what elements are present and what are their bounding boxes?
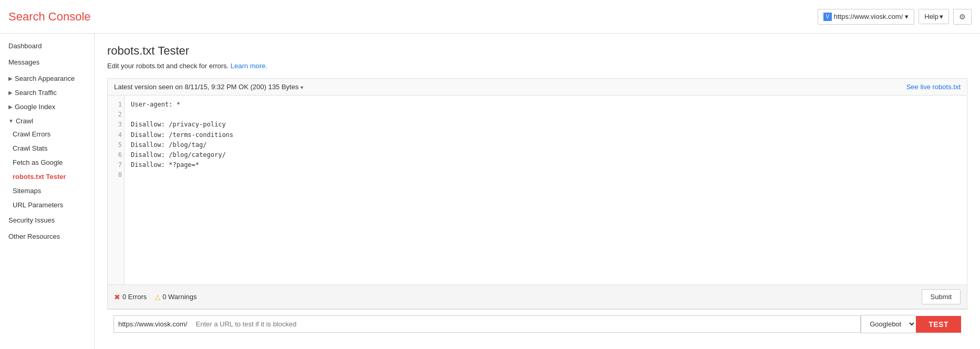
errors-count: 0 Errors <box>122 293 147 301</box>
url-input-wrapper: https://www.viosk.com/ <box>114 315 861 333</box>
url-test-bar: https://www.viosk.com/ Googlebot TEST <box>107 309 967 339</box>
search-traffic-caret: ▶ <box>8 90 13 96</box>
code-editor: 1 2 3 4 5 6 7 8 User-agent: * Disallow: … <box>108 96 967 284</box>
warning-icon: △ <box>155 293 160 301</box>
site-favicon: V <box>823 13 832 21</box>
sidebar-item-url-parameters[interactable]: URL Parameters <box>0 198 94 212</box>
sidebar-item-robots-txt-tester[interactable]: robots.txt Tester <box>0 170 94 184</box>
line-num-1: 1 <box>110 100 122 110</box>
google-index-caret: ▶ <box>8 104 13 110</box>
editor-container: 1 2 3 4 5 6 7 8 User-agent: * Disallow: … <box>107 96 967 285</box>
sidebar-crawl-label: Crawl <box>16 117 33 125</box>
bot-select-wrapper: Googlebot <box>861 315 916 333</box>
site-dropdown-arrow: ▾ <box>905 13 909 20</box>
sidebar-item-google-index[interactable]: ▶ Google Index <box>0 99 94 113</box>
line-num-5: 5 <box>110 140 122 150</box>
sidebar: Dashboard Messages ▶ Search Appearance ▶… <box>0 34 95 349</box>
version-info: Latest version seen on 8/11/15, 9:32 PM … <box>114 83 298 91</box>
sidebar-item-crawl-stats[interactable]: Crawl Stats <box>0 141 94 155</box>
crawl-caret: ▼ <box>8 118 14 124</box>
help-button[interactable]: Help ▾ <box>919 9 949 24</box>
url-parameters-label: URL Parameters <box>13 201 63 209</box>
status-bar: ✖ 0 Errors △ 0 Warnings Submit <box>107 285 967 309</box>
header-right: V https://www.viosk.com/ ▾ Help ▾ ⚙ <box>818 9 972 25</box>
sidebar-search-traffic-label: Search Traffic <box>15 89 57 97</box>
version-dropdown-arrow[interactable]: ▾ <box>301 84 303 90</box>
line-num-2: 2 <box>110 110 122 120</box>
test-button[interactable]: TEST <box>916 316 961 333</box>
line-num-4: 4 <box>110 130 122 140</box>
bot-select[interactable]: Googlebot <box>861 315 916 333</box>
line-num-7: 7 <box>110 160 122 170</box>
site-url-label: https://www.viosk.com/ <box>834 13 903 20</box>
sidebar-item-fetch-as-google[interactable]: Fetch as Google <box>0 155 94 170</box>
version-text: Latest version seen on 8/11/15, 9:32 PM … <box>114 83 303 91</box>
url-prefix-label: https://www.viosk.com/ <box>114 316 191 332</box>
line-num-3: 3 <box>110 120 122 130</box>
sidebar-item-search-appearance[interactable]: ▶ Search Appearance <box>0 70 94 84</box>
header: Search Console V https://www.viosk.com/ … <box>0 0 980 34</box>
sidebar-messages-label: Messages <box>8 58 39 66</box>
subtitle-text: Edit your robots.txt and check for error… <box>107 62 229 70</box>
line-num-6: 6 <box>110 150 122 160</box>
status-left: ✖ 0 Errors △ 0 Warnings <box>114 293 197 301</box>
search-appearance-caret: ▶ <box>8 76 13 81</box>
learn-more-link[interactable]: Learn more. <box>231 62 267 70</box>
app-title: Search Console <box>8 10 91 24</box>
robots-txt-tester-label: robots.txt Tester <box>13 173 66 181</box>
crawl-stats-label: Crawl Stats <box>13 144 47 152</box>
sidebar-item-search-traffic[interactable]: ▶ Search Traffic <box>0 84 94 99</box>
line-numbers: 1 2 3 4 5 6 7 8 <box>108 96 125 284</box>
sidebar-item-security-issues[interactable]: Security Issues <box>0 212 94 228</box>
warnings-badge: △ 0 Warnings <box>155 293 197 301</box>
submit-button[interactable]: Submit <box>922 289 961 304</box>
main-layout: Dashboard Messages ▶ Search Appearance ▶… <box>0 34 980 349</box>
main-content: robots.txt Tester Edit your robots.txt a… <box>95 34 980 349</box>
security-issues-label: Security Issues <box>8 216 55 224</box>
help-dropdown-arrow: ▾ <box>940 13 943 20</box>
sidebar-dashboard-label: Dashboard <box>8 42 42 50</box>
sidebar-item-crawl[interactable]: ▼ Crawl <box>0 113 94 127</box>
fetch-as-google-label: Fetch as Google <box>13 158 63 166</box>
crawl-errors-label: Crawl Errors <box>13 130 50 138</box>
page-title: robots.txt Tester <box>107 44 967 58</box>
code-content[interactable]: User-agent: * Disallow: /privacy-policy … <box>125 96 967 284</box>
gear-icon: ⚙ <box>959 13 966 21</box>
site-selector[interactable]: V https://www.viosk.com/ ▾ <box>818 9 914 25</box>
errors-badge: ✖ 0 Errors <box>114 293 147 301</box>
sidebar-item-other-resources[interactable]: Other Resources <box>0 228 94 245</box>
sidebar-item-messages[interactable]: Messages <box>0 54 94 70</box>
help-label: Help <box>924 13 938 20</box>
sidebar-google-index-label: Google Index <box>15 103 55 111</box>
see-live-link[interactable]: See live robots.txt <box>906 83 961 91</box>
sidebar-item-crawl-errors[interactable]: Crawl Errors <box>0 127 94 141</box>
version-bar: Latest version seen on 8/11/15, 9:32 PM … <box>107 78 967 96</box>
sidebar-item-dashboard[interactable]: Dashboard <box>0 38 94 54</box>
other-resources-label: Other Resources <box>8 232 60 240</box>
sitemaps-label: Sitemaps <box>13 187 41 195</box>
sidebar-search-appearance-label: Search Appearance <box>15 75 75 82</box>
settings-button[interactable]: ⚙ <box>953 9 972 25</box>
error-icon: ✖ <box>114 293 120 301</box>
sidebar-item-sitemaps[interactable]: Sitemaps <box>0 184 94 198</box>
url-test-input[interactable] <box>191 316 860 332</box>
page-subtitle: Edit your robots.txt and check for error… <box>107 62 967 70</box>
line-num-8: 8 <box>110 170 122 180</box>
warnings-count: 0 Warnings <box>162 293 197 301</box>
